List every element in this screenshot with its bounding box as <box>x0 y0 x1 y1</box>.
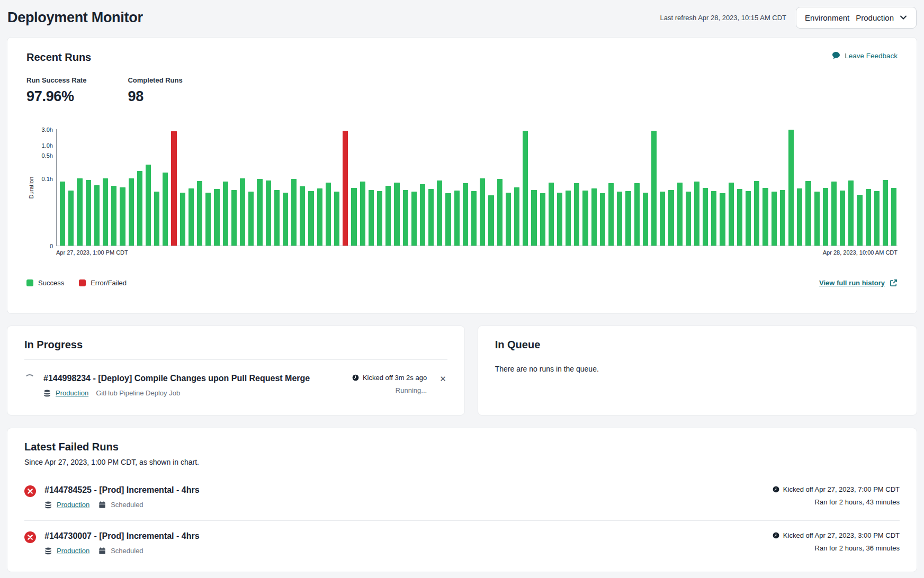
run-bar-success[interactable] <box>86 180 91 246</box>
run-bar-success[interactable] <box>189 188 194 246</box>
run-bar-success[interactable] <box>163 173 168 246</box>
run-bar-success[interactable] <box>720 193 725 246</box>
run-bar-success[interactable] <box>874 191 880 246</box>
leave-feedback-link[interactable]: Leave Feedback <box>832 51 898 60</box>
run-bar-success[interactable] <box>591 188 597 246</box>
run-bar-success[interactable] <box>403 190 408 246</box>
run-bar-success[interactable] <box>608 183 614 246</box>
run-bar-success[interactable] <box>651 131 657 246</box>
run-bar-success[interactable] <box>257 179 262 246</box>
close-icon[interactable]: ✕ <box>438 374 447 384</box>
run-bar-success[interactable] <box>129 178 134 246</box>
run-bar-success[interactable] <box>797 188 802 246</box>
run-bar-success[interactable] <box>437 180 442 246</box>
run-bar-success[interactable] <box>617 192 622 246</box>
run-bar-success[interactable] <box>326 183 331 246</box>
run-bar-success[interactable] <box>428 189 434 246</box>
run-bar-success[interactable] <box>814 192 820 246</box>
run-bar-success[interactable] <box>531 190 536 246</box>
run-bar-success[interactable] <box>805 181 811 246</box>
run-bar-success[interactable] <box>840 191 845 246</box>
run-bar-success[interactable] <box>231 190 237 246</box>
view-full-run-history-link[interactable]: View full run history <box>819 279 898 287</box>
run-bar-success[interactable] <box>68 191 74 246</box>
run-bar-success[interactable] <box>197 181 202 246</box>
run-bar-success[interactable] <box>582 191 588 246</box>
run-bar-success[interactable] <box>711 191 716 246</box>
run-bar-success[interactable] <box>377 191 382 246</box>
run-bar-success[interactable] <box>291 179 297 246</box>
run-bar-success[interactable] <box>523 131 528 246</box>
run-bar-success[interactable] <box>300 186 305 246</box>
run-bar-success[interactable] <box>334 192 339 246</box>
run-bar-success[interactable] <box>823 188 828 246</box>
run-bar-success[interactable] <box>454 191 460 246</box>
run-bar-success[interactable] <box>274 190 280 246</box>
run-bar-success[interactable] <box>488 195 494 246</box>
run-bar-success[interactable] <box>77 178 82 246</box>
run-bar-success[interactable] <box>574 183 579 246</box>
run-bar-success[interactable] <box>497 179 503 246</box>
run-bar-success[interactable] <box>866 189 871 246</box>
environment-link[interactable]: Production <box>56 389 88 397</box>
run-bar-success[interactable] <box>625 191 631 246</box>
run-bar-success[interactable] <box>780 190 785 246</box>
environment-link[interactable]: Production <box>57 547 89 555</box>
run-bar-success[interactable] <box>369 190 374 246</box>
run-bar-success[interactable] <box>737 189 742 246</box>
run-bar-success[interactable] <box>445 193 451 246</box>
run-bar-success[interactable] <box>120 187 125 246</box>
run-bar-success[interactable] <box>471 191 477 246</box>
run-bar-success[interactable] <box>240 178 245 246</box>
run-bar-success[interactable] <box>831 182 837 246</box>
run-bar-success[interactable] <box>746 191 751 246</box>
run-bar-success[interactable] <box>643 193 648 246</box>
run-bar-success[interactable] <box>857 195 862 246</box>
run-bar-success[interactable] <box>549 183 554 246</box>
run-bar-success[interactable] <box>317 188 322 246</box>
run-bar-success[interactable] <box>283 193 288 246</box>
run-bar-success[interactable] <box>214 189 219 246</box>
run-bar-success[interactable] <box>154 192 159 246</box>
run-bar-success[interactable] <box>891 188 896 246</box>
run-bar-success[interactable] <box>420 184 425 246</box>
run-bar-success[interactable] <box>60 182 65 246</box>
run-bar-success[interactable] <box>205 193 211 246</box>
run-bar-success[interactable] <box>266 180 271 246</box>
run-bar-success[interactable] <box>103 178 108 246</box>
run-bar-success[interactable] <box>351 188 356 246</box>
run-bar-success[interactable] <box>463 183 468 246</box>
run-bar-success[interactable] <box>308 191 313 246</box>
run-bar-success[interactable] <box>480 178 485 246</box>
run-bar-failed[interactable] <box>171 131 176 246</box>
run-bar-success[interactable] <box>634 183 640 246</box>
environment-dropdown[interactable]: Environment Production <box>796 7 917 29</box>
run-bar-success[interactable] <box>248 192 254 246</box>
run-bar-success[interactable] <box>394 183 399 246</box>
run-bar-success[interactable] <box>180 193 185 246</box>
run-bar-success[interactable] <box>772 192 777 246</box>
run-bar-success[interactable] <box>360 182 365 246</box>
run-bar-success[interactable] <box>694 182 699 246</box>
run-bar-success[interactable] <box>788 130 794 246</box>
run-bar-success[interactable] <box>703 188 708 246</box>
run-bar-success[interactable] <box>146 165 151 246</box>
run-bar-success[interactable] <box>677 183 683 246</box>
run-bar-success[interactable] <box>557 193 562 246</box>
environment-link[interactable]: Production <box>57 501 89 509</box>
run-bar-success[interactable] <box>848 180 854 246</box>
run-bar-success[interactable] <box>223 182 228 246</box>
run-bar-success[interactable] <box>385 186 391 246</box>
run-bar-success[interactable] <box>111 186 116 246</box>
run-bar-success[interactable] <box>883 180 888 246</box>
run-bar-success[interactable] <box>600 193 605 246</box>
run-bar-success[interactable] <box>668 190 674 246</box>
run-bar-failed[interactable] <box>343 131 348 246</box>
run-bar-success[interactable] <box>566 191 571 246</box>
run-bar-success[interactable] <box>514 187 519 246</box>
run-bar-success[interactable] <box>729 183 734 246</box>
run-bar-success[interactable] <box>754 181 759 246</box>
run-bar-success[interactable] <box>411 192 417 246</box>
run-bar-success[interactable] <box>762 188 768 246</box>
run-bar-success[interactable] <box>686 192 691 246</box>
